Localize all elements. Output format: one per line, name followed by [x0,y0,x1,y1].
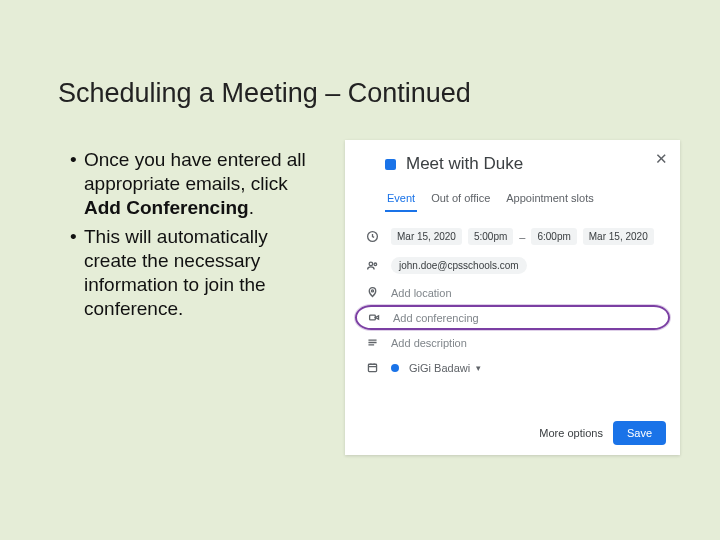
svg-point-1 [369,262,373,266]
time-row: Mar 15, 2020 5:00pm – 6:00pm Mar 15, 202… [361,222,664,251]
color-swatch [385,159,396,170]
event-panel: ✕ Meet with Duke Event Out of office App… [345,140,680,455]
bullet-item: Once you have entered all appropriate em… [70,148,320,219]
bullet-list: Once you have entered all appropriate em… [70,148,320,326]
location-icon [363,286,381,299]
start-date[interactable]: Mar 15, 2020 [391,228,462,245]
chevron-down-icon: ▾ [476,363,481,373]
save-button[interactable]: Save [613,421,666,445]
slide-title: Scheduling a Meeting – Continued [58,78,471,109]
description-row[interactable]: Add description [361,330,664,355]
panel-footer: More options Save [539,421,666,445]
tab-out-of-office[interactable]: Out of office [429,186,492,212]
svg-point-3 [371,290,373,292]
svg-rect-5 [368,364,376,371]
guest-chip[interactable]: john.doe@cpsschools.com [391,257,527,274]
end-date[interactable]: Mar 15, 2020 [583,228,654,245]
calendar-icon [363,361,381,374]
description-placeholder: Add description [391,337,467,349]
bullet-text: . [249,197,254,218]
tabs: Event Out of office Appointment slots [361,186,664,212]
time-dash: – [519,231,525,243]
start-time[interactable]: 5:00pm [468,228,513,245]
location-row[interactable]: Add location [361,280,664,305]
svg-point-2 [374,263,377,266]
tab-event[interactable]: Event [385,186,417,212]
conferencing-placeholder: Add conferencing [393,312,479,324]
location-placeholder: Add location [391,287,452,299]
guests-row: john.doe@cpsschools.com [361,251,664,280]
video-icon [365,311,383,324]
calendar-color-dot [391,364,399,372]
bullet-item: This will automatically create the neces… [70,225,320,320]
calendar-name: GiGi Badawi [409,362,470,374]
conferencing-row[interactable]: Add conferencing [355,305,670,330]
panel-title-row: Meet with Duke [361,154,664,174]
event-title[interactable]: Meet with Duke [406,154,523,174]
calendar-row[interactable]: GiGi Badawi ▾ [361,355,664,380]
bullet-bold: Add Conferencing [84,197,249,218]
more-options-button[interactable]: More options [539,427,603,439]
people-icon [363,259,381,272]
bullet-text: This will automatically create the neces… [84,226,268,318]
description-icon [363,336,381,349]
bullet-text: Once you have entered all appropriate em… [84,149,306,194]
close-icon[interactable]: ✕ [655,150,668,168]
tab-appointment-slots[interactable]: Appointment slots [504,186,595,212]
end-time[interactable]: 6:00pm [531,228,576,245]
clock-icon [363,230,381,243]
